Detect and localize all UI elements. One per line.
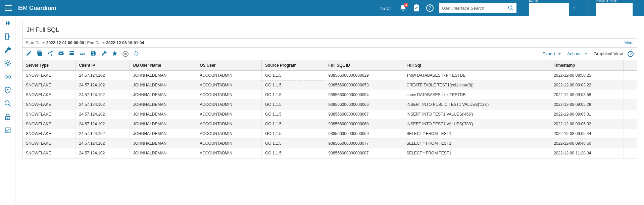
table-cell[interactable]: show DATABASES like 'TESTDB' [403,71,550,80]
table-cell[interactable]: SNOWFLAKE [22,100,76,110]
table-cell[interactable]: ACCOUNTADMIN [196,110,262,119]
help-circle-icon[interactable]: ? [628,51,634,57]
refresh-icon[interactable] [133,50,139,57]
table-row[interactable]: SNOWFLAKE24.57.124.102JOHNHALDEMANACCOUN… [22,148,637,158]
table-cell[interactable]: 24.57.124.102 [76,139,130,148]
table-cell[interactable]: GO 1.1.5 [261,90,325,100]
table-cell[interactable]: GO 1.1.5 [261,71,325,80]
actions-menu[interactable]: Actions [567,51,589,57]
graphical-view-link[interactable]: Graphical View [594,51,623,56]
table-cell[interactable]: JOHNHALDEMAN [130,139,196,148]
mail-icon[interactable] [58,50,64,57]
table-cell[interactable]: ACCOUNTADMIN [196,129,262,139]
column-header[interactable]: Timestamp [550,60,624,71]
search-icon[interactable] [508,5,514,11]
copy-icon[interactable] [37,50,43,57]
table-cell[interactable]: 24.57.124.102 [76,90,130,100]
table-row[interactable]: SNOWFLAKE24.57.124.102JOHNHALDEMANACCOUN… [22,110,637,119]
table-cell[interactable] [624,90,637,100]
table-cell[interactable] [624,110,637,119]
edit-icon[interactable] [26,50,32,57]
save-icon[interactable] [90,50,96,57]
sliders-icon[interactable] [80,50,86,57]
door-icon[interactable] [4,33,11,40]
table-cell[interactable]: 938566000000000067 [325,110,403,119]
table-cell[interactable] [624,80,637,90]
table-cell[interactable]: SNOWFLAKE [22,119,76,129]
shield-icon[interactable] [4,86,11,94]
table-row[interactable]: SNOWFLAKE24.57.124.102JOHNHALDEMANACCOUN… [22,71,637,80]
table-cell[interactable]: 24.57.124.102 [76,100,130,110]
table-row[interactable]: SNOWFLAKE24.57.124.102JOHNHALDEMANACCOUN… [22,80,637,90]
table-cell[interactable]: 938566000000000066 [325,100,403,110]
search-side-icon[interactable] [4,100,11,107]
table-cell[interactable]: 2022-12-08 08:58:25 [550,71,624,80]
table-cell[interactable]: SELECT * FROM TEST1 [403,139,550,148]
table-cell[interactable]: GO 1.1.5 [261,110,325,119]
table-cell[interactable]: 2022-12-08 11:28:34 [550,148,624,158]
lock-icon[interactable] [4,113,11,121]
table-cell[interactable]: 938566000000000077 [325,139,403,148]
column-header[interactable]: Full Sql [403,60,550,71]
table-cell[interactable]: JOHNHALDEMAN [130,100,196,110]
table-cell[interactable]: SNOWFLAKE [22,129,76,139]
bell-icon[interactable]: 3 [399,4,407,12]
table-row[interactable]: SNOWFLAKE24.57.124.102JOHNHALDEMANACCOUN… [22,119,637,129]
export-menu[interactable]: Export [543,51,563,57]
table-cell[interactable]: SNOWFLAKE [22,90,76,100]
table-cell[interactable]: JOHNHALDEMAN [130,110,196,119]
table-cell[interactable]: ACCOUNTADMIN [196,71,262,80]
table-cell[interactable]: CREATE TABLE TEST1(col1 char(8)) [403,80,550,90]
search-box[interactable] [439,3,516,13]
table-cell[interactable] [624,129,637,139]
user-menu[interactable]: admin admin admin [522,0,583,17]
table-cell[interactable]: 2022-12-08 09:48:50 [550,139,624,148]
table-cell[interactable]: JOHNHALDEMAN [130,71,196,80]
table-cell[interactable]: INSERT INTO PUBLIC.TEST1 VALUES('123') [403,100,550,110]
table-cell[interactable]: SNOWFLAKE [22,110,76,119]
window-icon[interactable] [69,50,75,57]
table-cell[interactable]: 2022-12-08 09:03:22 [550,80,624,90]
table-cell[interactable]: JOHNHALDEMAN [130,129,196,139]
table-cell[interactable]: GO 1.1.5 [261,129,325,139]
table-cell[interactable]: 2022-12-08 09:05:32 [550,119,624,129]
table-cell[interactable]: 938566000000000029 [325,71,403,80]
table-cell[interactable]: 24.57.124.102 [76,110,130,119]
gear-icon[interactable] [4,60,11,67]
table-cell[interactable]: JOHNHALDEMAN [130,80,196,90]
table-cell[interactable]: ACCOUNTADMIN [196,90,262,100]
table-cell[interactable]: GO 1.1.5 [261,119,325,129]
table-cell[interactable]: JOHNHALDEMAN [130,119,196,129]
table-cell[interactable]: 938566000000000054 [325,90,403,100]
table-cell[interactable]: show DATABASES like 'TESTDB' [403,90,550,100]
check-box-icon[interactable] [4,127,11,134]
table-cell[interactable]: ACCOUNTADMIN [196,148,262,158]
table-cell[interactable]: SNOWFLAKE [22,80,76,90]
clipboard-icon[interactable] [412,4,420,12]
table-cell[interactable]: SELECT * FROM TEST1 [403,148,550,158]
table-cell[interactable]: 938566000000000087 [325,148,403,158]
table-cell[interactable] [624,100,637,110]
table-cell[interactable]: GO 1.1.5 [261,148,325,158]
table-cell[interactable]: SNOWFLAKE [22,139,76,148]
table-cell[interactable]: ACCOUNTADMIN [196,119,262,129]
column-header[interactable]: Full SQL ID [325,60,403,71]
table-cell[interactable]: 24.57.124.102 [76,71,130,80]
table-cell[interactable] [624,148,637,158]
table-cell[interactable]: SNOWFLAKE [22,148,76,158]
star-icon[interactable] [112,50,118,57]
table-cell[interactable]: 24.57.124.102 [76,148,130,158]
table-cell[interactable]: 938566000000000069 [325,129,403,139]
column-header[interactable] [624,60,637,71]
table-cell[interactable]: INSERT INTO TEST1 VALUES('789') [403,119,550,129]
table-cell[interactable]: 24.57.124.102 [76,80,130,90]
table-cell[interactable]: SNOWFLAKE [22,71,76,80]
help-icon[interactable]: ? [426,4,434,12]
table-cell[interactable] [624,139,637,148]
table-cell[interactable]: 24.57.124.102 [76,129,130,139]
table-cell[interactable]: 2022-12-08 09:03:58 [550,90,624,100]
table-cell[interactable]: ACCOUNTADMIN [196,80,262,90]
menu-icon[interactable] [5,4,12,12]
column-header[interactable]: Server Type [22,60,76,71]
table-row[interactable]: SNOWFLAKE24.57.124.102JOHNHALDEMANACCOUN… [22,90,637,100]
